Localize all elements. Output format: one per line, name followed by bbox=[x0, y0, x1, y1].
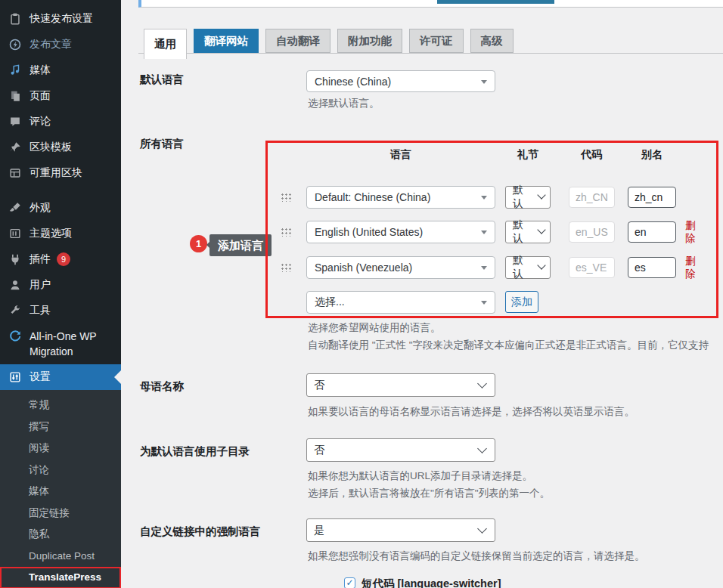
pages-icon bbox=[8, 88, 23, 104]
settings-page: 通用 翻译网站 自动翻译 附加功能 许可证 高级 默认语言 Chinese (C… bbox=[121, 0, 723, 588]
submenu-item-duplicate-post[interactable]: Duplicate Post bbox=[0, 546, 121, 568]
menu-separator bbox=[0, 186, 121, 195]
column-header-language: 语言 bbox=[306, 148, 495, 162]
plugins-update-badge: 9 bbox=[57, 252, 70, 266]
submenu-item-general[interactable]: 常规 bbox=[0, 395, 121, 416]
drag-handle[interactable] bbox=[281, 193, 291, 202]
slug-input-row2[interactable] bbox=[628, 221, 676, 243]
chevron-down-icon bbox=[481, 301, 487, 305]
selected-value: 默认 bbox=[513, 254, 530, 281]
drag-handle[interactable] bbox=[281, 263, 291, 272]
chevron-down-icon bbox=[477, 444, 487, 453]
field-label-all-languages: 所有语言 bbox=[140, 137, 184, 151]
shortcode-label: 短代码 [language-switcher] bbox=[362, 577, 501, 588]
native-names-select[interactable]: 否 bbox=[306, 373, 495, 397]
submenu-item-privacy[interactable]: 隐私 bbox=[0, 524, 121, 546]
sidebar-item-quick-publish-settings[interactable]: 快速发布设置 bbox=[0, 6, 121, 32]
button-fragment bbox=[437, 0, 554, 4]
sidebar-item-label: 主题选项 bbox=[29, 227, 72, 240]
field-help: 如果要以语言的母语名称显示语言请选择是，选择否将以英语显示语言。 bbox=[308, 405, 635, 419]
add-language-select[interactable]: 选择... bbox=[306, 291, 495, 314]
annotation-tooltip: 添加语言 bbox=[209, 234, 272, 256]
selected-value: Default: Chinese (China) bbox=[315, 191, 430, 203]
sidebar-item-label: 页面 bbox=[29, 89, 51, 103]
sidebar-item-settings[interactable]: 设置 bbox=[0, 364, 121, 390]
remove-language-link[interactable]: 删除 bbox=[685, 219, 698, 245]
default-language-select[interactable]: Chinese (China) bbox=[306, 70, 495, 92]
formality-select-row3[interactable]: 默认 bbox=[505, 256, 551, 279]
slug-input-row1[interactable] bbox=[628, 187, 676, 208]
settings-tabs: 通用 翻译网站 自动翻译 附加功能 许可证 高级 bbox=[144, 29, 514, 59]
sidebar-item-all-in-one-wp-migration[interactable]: All-in-One WP Migration bbox=[0, 323, 121, 364]
selected-value: Chinese (China) bbox=[315, 76, 391, 88]
wordpress-admin: 快速发布设置 发布文章 媒体 页面 评论 区块模板 bbox=[0, 0, 723, 588]
sidebar-item-pages[interactable]: 页面 bbox=[0, 83, 121, 109]
clipboard-icon bbox=[8, 11, 23, 26]
formality-select-row2[interactable]: 默认 bbox=[505, 221, 551, 243]
sidebar-item-label: All-in-One WP Migration bbox=[29, 329, 114, 359]
formality-select-row1[interactable]: 默认 bbox=[505, 186, 551, 209]
chevron-down-icon bbox=[481, 80, 487, 84]
submenu-item-writing[interactable]: 撰写 bbox=[0, 416, 121, 438]
force-language-select[interactable]: 是 bbox=[306, 518, 495, 542]
code-input-row1 bbox=[569, 187, 615, 208]
language-select-row3[interactable]: Spanish (Venezuela) bbox=[306, 256, 495, 279]
sliders-icon bbox=[8, 370, 23, 385]
chevron-down-icon bbox=[481, 196, 487, 200]
language-select-row2[interactable]: English (United States) bbox=[306, 221, 495, 243]
field-help: 如果您想强制没有语言编码的自定义链接保留当前选定的语言，请选择是。 bbox=[308, 549, 645, 563]
remove-language-link[interactable]: 删除 bbox=[685, 255, 698, 280]
sidebar-item-reusable-blocks[interactable]: 可重用区块 bbox=[0, 160, 121, 186]
sidebar-item-theme-options[interactable]: 主题选项 bbox=[0, 221, 121, 246]
sidebar-item-users[interactable]: 用户 bbox=[0, 272, 121, 298]
tab-addons[interactable]: 附加功能 bbox=[337, 29, 402, 53]
sidebar-item-label: 可重用区块 bbox=[29, 166, 82, 180]
tab-translate-site[interactable]: 翻译网站 bbox=[194, 29, 259, 53]
shortcode-checkbox[interactable]: ✓ bbox=[344, 577, 355, 588]
selected-value: 是 bbox=[314, 524, 324, 537]
chevron-down-icon bbox=[481, 231, 487, 234]
submenu-item-translatepress[interactable]: TranslatePress bbox=[0, 567, 121, 588]
sidebar-item-label: 媒体 bbox=[29, 63, 51, 77]
sidebar-item-label: 用户 bbox=[29, 278, 51, 292]
plugin-icon bbox=[8, 252, 23, 267]
sidebar-item-media[interactable]: 媒体 bbox=[0, 57, 121, 83]
subdirectory-select[interactable]: 否 bbox=[306, 438, 495, 462]
field-help: 选择默认语言。 bbox=[308, 97, 380, 110]
admin-menu: 快速发布设置 发布文章 媒体 页面 评论 区块模板 bbox=[0, 0, 121, 390]
chevron-down-icon bbox=[537, 190, 545, 199]
sidebar-item-appearance[interactable]: 外观 bbox=[0, 195, 121, 221]
tab-automatic-translation[interactable]: 自动翻译 bbox=[265, 29, 330, 53]
submenu-item-permalinks[interactable]: 固定链接 bbox=[0, 503, 121, 525]
tab-advanced[interactable]: 高级 bbox=[470, 29, 514, 53]
sidebar-item-tools[interactable]: 工具 bbox=[0, 298, 121, 323]
pin-icon bbox=[8, 140, 23, 155]
selected-value: 否 bbox=[314, 379, 324, 392]
submenu-item-discussion[interactable]: 讨论 bbox=[0, 460, 121, 481]
bolt-circle-icon bbox=[8, 37, 23, 52]
brush-icon bbox=[8, 200, 23, 215]
field-label-native-names: 母语名称 bbox=[140, 379, 184, 394]
slug-input-row3[interactable] bbox=[628, 257, 676, 278]
drag-handle[interactable] bbox=[281, 227, 291, 237]
admin-notice-strip bbox=[138, 0, 723, 8]
tab-license[interactable]: 许可证 bbox=[409, 29, 464, 53]
sidebar-item-plugins[interactable]: 插件 9 bbox=[0, 246, 121, 272]
admin-sidebar: 快速发布设置 发布文章 媒体 页面 评论 区块模板 bbox=[0, 0, 121, 588]
add-language-button[interactable]: 添加 bbox=[505, 291, 538, 313]
migration-icon bbox=[8, 329, 23, 344]
sidebar-item-publish-post[interactable]: 发布文章 bbox=[0, 32, 121, 57]
chevron-down-icon bbox=[481, 266, 487, 270]
tab-general[interactable]: 通用 bbox=[144, 29, 187, 59]
submenu-item-media[interactable]: 媒体 bbox=[0, 481, 121, 503]
sidebar-item-label: 外观 bbox=[29, 201, 51, 215]
field-help: 自动翻译使用 "正式性 "字段来决定翻译文本应偏向正式还是非正式语言。目前，它仅… bbox=[308, 339, 709, 352]
selected-value: English (United States) bbox=[315, 226, 423, 238]
sidebar-item-comments[interactable]: 评论 bbox=[0, 109, 121, 135]
sidebar-item-block-templates[interactable]: 区块模板 bbox=[0, 135, 121, 160]
field-label-force-language: 自定义链接中的强制语言 bbox=[140, 525, 261, 539]
language-select-row1[interactable]: Default: Chinese (China) bbox=[306, 186, 495, 209]
submenu-item-reading[interactable]: 阅读 bbox=[0, 438, 121, 460]
column-header-formality: 礼节 bbox=[504, 148, 552, 162]
settings-submenu: 常规 撰写 阅读 讨论 媒体 固定链接 隐私 Duplicate Post Tr… bbox=[0, 390, 121, 588]
